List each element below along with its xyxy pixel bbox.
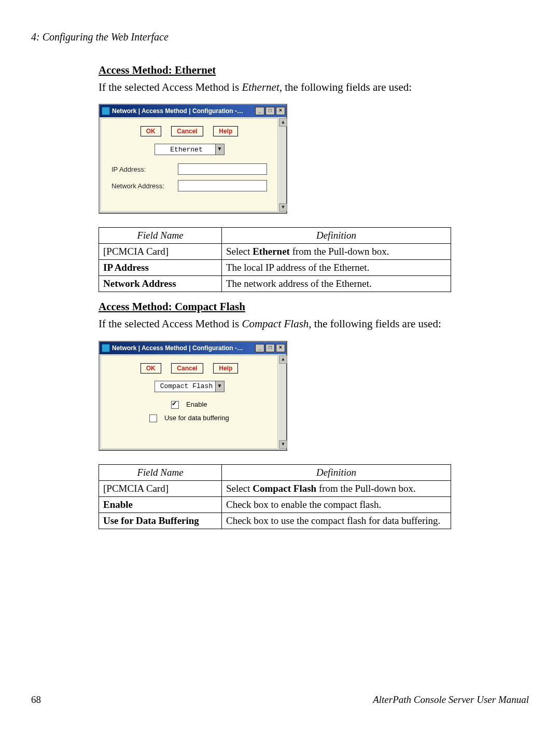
- table-row: Use for Data Buffering Check box to use …: [99, 513, 451, 529]
- chevron-down-icon: ▼: [215, 144, 224, 155]
- row-network-address: Network Address:: [111, 180, 267, 191]
- ok-button[interactable]: OK: [141, 126, 161, 136]
- def-pre: Select: [226, 246, 253, 257]
- field-bold: Use for Data Buffering: [103, 515, 199, 526]
- checkbox-data-buffering[interactable]: [149, 414, 157, 422]
- access-method-select[interactable]: Ethernet ▼: [155, 144, 225, 155]
- scrollbar[interactable]: ▲ ▼: [279, 118, 286, 212]
- cancel-button[interactable]: Cancel: [171, 126, 203, 136]
- row-ip-address: IP Address:: [111, 163, 267, 175]
- cell-field: Network Address: [99, 276, 222, 292]
- intro-cf-pre: If the selected Access Method is: [99, 317, 242, 330]
- def-pre: Select: [226, 483, 253, 494]
- scroll-up-icon[interactable]: ▲: [279, 118, 287, 127]
- input-network-address[interactable]: [178, 180, 267, 191]
- intro-eth-post: , the following fields are used:: [279, 81, 412, 93]
- def-post: from the Pull-down box.: [316, 483, 416, 494]
- page: 4: Configuring the Web Interface Access …: [0, 0, 560, 726]
- intro-eth-em: Ethernet: [242, 81, 279, 93]
- maximize-button[interactable]: □: [265, 344, 275, 352]
- intro-eth-pre: If the selected Access Method is: [99, 81, 242, 93]
- label-data-buffering: Use for data buffering: [164, 414, 229, 422]
- close-button[interactable]: ×: [276, 107, 285, 115]
- row-enable: Enable: [111, 400, 267, 409]
- footer: 68 AlterPath Console Server User Manual: [31, 694, 529, 706]
- cancel-button[interactable]: Cancel: [171, 363, 203, 374]
- intro-ethernet: If the selected Access Method is Etherne…: [99, 80, 519, 94]
- close-button[interactable]: ×: [276, 344, 285, 352]
- select-value: Ethernet: [158, 146, 215, 154]
- maximize-button[interactable]: □: [265, 107, 275, 115]
- table-row: Network Address The network address of t…: [99, 276, 451, 292]
- heading-compact-flash: Access Method: Compact Flash: [99, 300, 519, 313]
- dialog-compact-flash: Network | Access Method | Configuration …: [99, 341, 287, 451]
- window-title: Network | Access Method | Configuration …: [112, 344, 254, 352]
- intro-cf-em: Compact Flash: [242, 317, 309, 330]
- cell-def: Select Ethernet from the Pull-down box.: [222, 244, 451, 260]
- label-enable: Enable: [186, 400, 207, 408]
- row-data-buffering: Use for data buffering: [111, 414, 267, 422]
- th-field-name: Field Name: [99, 228, 222, 244]
- intro-compact-flash: If the selected Access Method is Compact…: [99, 316, 519, 331]
- th-definition: Definition: [222, 228, 451, 244]
- field-bold: Network Address: [103, 278, 176, 289]
- app-icon: [102, 344, 110, 352]
- label-network-address: Network Address:: [111, 182, 178, 190]
- content: Access Method: Ethernet If the selected …: [99, 64, 519, 529]
- def-bold: Compact Flash: [253, 483, 316, 494]
- titlebar: Network | Access Method | Configuration …: [100, 105, 286, 117]
- heading-ethernet: Access Method: Ethernet: [99, 64, 519, 77]
- th-definition: Definition: [222, 464, 451, 480]
- field-bold: IP Address: [103, 262, 149, 273]
- table-row: [PCMCIA Card] Select Ethernet from the P…: [99, 244, 451, 260]
- cell-def: Check box to enable the compact flash.: [222, 496, 451, 513]
- dialog-ethernet: Network | Access Method | Configuration …: [99, 104, 287, 214]
- table-row: [PCMCIA Card] Select Compact Flash from …: [99, 480, 451, 496]
- scroll-down-icon[interactable]: ▼: [279, 440, 287, 449]
- help-button[interactable]: Help: [213, 363, 238, 374]
- table-row: Enable Check box to enable the compact f…: [99, 496, 451, 513]
- checkbox-enable[interactable]: [171, 401, 179, 409]
- cell-field: Use for Data Buffering: [99, 513, 222, 529]
- window-title: Network | Access Method | Configuration …: [112, 107, 254, 115]
- field-bold: Enable: [103, 499, 133, 510]
- table-compact-flash: Field Name Definition [PCMCIA Card] Sele…: [99, 464, 451, 529]
- minimize-button[interactable]: _: [255, 344, 264, 352]
- th-field-name: Field Name: [99, 464, 222, 480]
- scroll-down-icon[interactable]: ▼: [279, 203, 287, 212]
- cell-field: [PCMCIA Card]: [99, 244, 222, 260]
- intro-cf-post: , the following fields are used:: [309, 317, 441, 330]
- def-post: from the Pull-down box.: [290, 246, 389, 257]
- app-icon: [102, 107, 110, 115]
- titlebar: Network | Access Method | Configuration …: [100, 342, 286, 354]
- input-ip-address[interactable]: [178, 163, 267, 175]
- cell-def: The network address of the Ethernet.: [222, 276, 451, 292]
- dialog-body: OK Cancel Help Ethernet ▼ IP Address:: [101, 118, 278, 212]
- table-row: IP Address The local IP address of the E…: [99, 260, 451, 276]
- scroll-up-icon[interactable]: ▲: [279, 355, 287, 364]
- select-value: Compact Flash: [158, 382, 215, 390]
- cell-field: [PCMCIA Card]: [99, 480, 222, 496]
- dialog-body: OK Cancel Help Compact Flash ▼ Enable: [101, 355, 278, 449]
- running-head: 4: Configuring the Web Interface: [31, 31, 529, 43]
- table-ethernet: Field Name Definition [PCMCIA Card] Sele…: [99, 227, 451, 292]
- ok-button[interactable]: OK: [141, 363, 161, 374]
- scrollbar[interactable]: ▲ ▼: [279, 355, 286, 449]
- cell-def: Select Compact Flash from the Pull-down …: [222, 480, 451, 496]
- help-button[interactable]: Help: [213, 126, 238, 136]
- def-bold: Ethernet: [253, 246, 290, 257]
- cell-field: Enable: [99, 496, 222, 513]
- cell-field: IP Address: [99, 260, 222, 276]
- chevron-down-icon: ▼: [215, 381, 224, 392]
- label-ip-address: IP Address:: [111, 165, 178, 173]
- access-method-select[interactable]: Compact Flash ▼: [155, 381, 225, 392]
- cell-def: Check box to use the compact flash for d…: [222, 513, 451, 529]
- cell-def: The local IP address of the Ethernet.: [222, 260, 451, 276]
- manual-title: AlterPath Console Server User Manual: [373, 694, 529, 706]
- page-number: 68: [31, 694, 41, 706]
- minimize-button[interactable]: _: [255, 107, 264, 115]
